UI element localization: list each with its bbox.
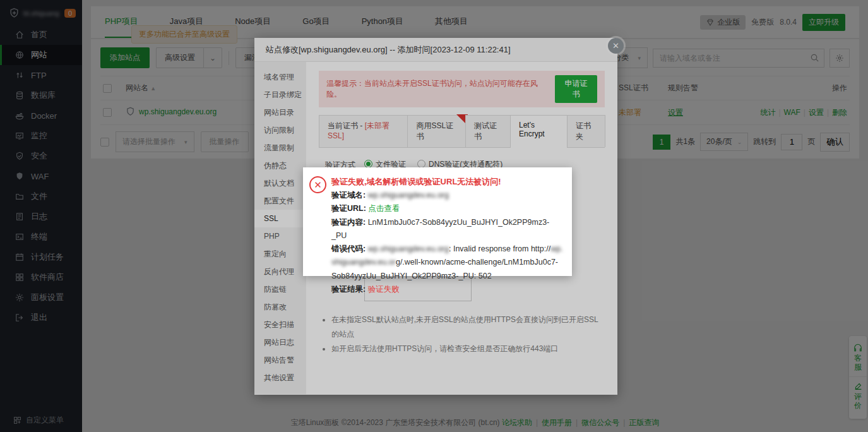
verify-failed-popup: ✕ 验证失败,域名解析错误或验证URL无法被访问! 验证域名: wp.shigu… (303, 167, 572, 276)
view-url-link[interactable]: 点击查看 (368, 204, 400, 213)
verify-content-label: 验证内容: (331, 218, 368, 227)
verify-domain-label: 验证域名: (331, 191, 368, 200)
error-code-label: 错误代码: (331, 244, 368, 253)
verify-result-row: 验证结果: 验证失败 (331, 283, 563, 296)
error-circle-x-icon: ✕ (309, 176, 326, 193)
error-code-text: : Invalid response from http:// (449, 244, 550, 253)
verify-content-row: 验证内容: LnM1mbJu0c7-Sob84yyzUu_BuJHYI_Ok2P… (331, 216, 563, 243)
verify-domain-row: 验证域名: wp.shiguangdev.eu.org (331, 189, 563, 202)
verify-domain-value: wp.shiguangdev.eu.org (368, 191, 449, 200)
verify-url-row: 验证URL: 点击查看 (331, 202, 563, 215)
error-code-blurred-domain: wp.shiguangdev.eu.org (368, 244, 449, 253)
error-code-row: 错误代码: wp.shiguangdev.eu.org: Invalid res… (331, 243, 563, 283)
error-title: 验证失败,域名解析错误或验证URL无法被访问! (331, 175, 563, 189)
verify-result-value: 验证失败 (368, 285, 400, 294)
verify-result-label: 验证结果: (331, 285, 368, 294)
verify-url-label: 验证URL: (331, 204, 368, 213)
